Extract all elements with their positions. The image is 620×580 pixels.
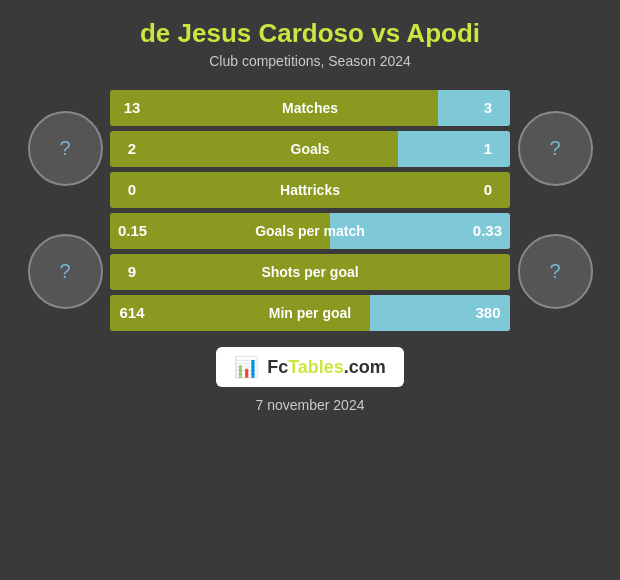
right-avatar-col: ? ? bbox=[510, 87, 600, 333]
stats-column: 13Matches32Goals10Hattricks00.15Goals pe… bbox=[110, 90, 510, 331]
avatar-left-bottom-icon: ? bbox=[59, 260, 70, 283]
stat-row: 614Min per goal380 bbox=[110, 295, 510, 331]
stat-left-value: 0 bbox=[110, 172, 154, 208]
stat-right-value: 0.33 bbox=[465, 213, 510, 249]
page-subtitle: Club competitions, Season 2024 bbox=[209, 53, 411, 69]
logo-icon: 📊 bbox=[234, 355, 259, 379]
stat-left-value: 614 bbox=[110, 295, 154, 331]
stat-left-value: 13 bbox=[110, 90, 154, 126]
stat-label: Hattricks bbox=[110, 172, 510, 208]
stat-row: 13Matches3 bbox=[110, 90, 510, 126]
stat-right-value: 0 bbox=[466, 172, 510, 208]
left-avatar-col: ? ? bbox=[20, 87, 110, 333]
stat-label: Goals per match bbox=[110, 213, 510, 249]
logo-text: FcTables.com bbox=[267, 357, 386, 378]
stat-row: 0Hattricks0 bbox=[110, 172, 510, 208]
avatar-left-bottom: ? bbox=[28, 234, 103, 309]
page-title: de Jesus Cardoso vs Apodi bbox=[140, 18, 480, 49]
avatar-right-top-icon: ? bbox=[549, 137, 560, 160]
stat-right-value: 1 bbox=[466, 131, 510, 167]
stat-label: Shots per goal bbox=[110, 254, 510, 290]
stat-row: 2Goals1 bbox=[110, 131, 510, 167]
stat-label: Min per goal bbox=[110, 295, 510, 331]
avatar-right-bottom: ? bbox=[518, 234, 593, 309]
stat-row: 0.15Goals per match0.33 bbox=[110, 213, 510, 249]
avatar-right-bottom-icon: ? bbox=[549, 260, 560, 283]
stat-left-value: 2 bbox=[110, 131, 154, 167]
avatar-right-top: ? bbox=[518, 111, 593, 186]
stat-label: Matches bbox=[110, 90, 510, 126]
avatar-left-top-icon: ? bbox=[59, 137, 70, 160]
logo-area: 📊 FcTables.com bbox=[216, 347, 404, 387]
stat-label: Goals bbox=[110, 131, 510, 167]
stat-right-value: 3 bbox=[466, 90, 510, 126]
stat-left-value: 0.15 bbox=[110, 213, 155, 249]
stat-right-value: 380 bbox=[466, 295, 510, 331]
avatar-left-top: ? bbox=[28, 111, 103, 186]
stat-row: 9Shots per goal bbox=[110, 254, 510, 290]
date-text: 7 november 2024 bbox=[256, 397, 365, 413]
logo-text-green: Tables bbox=[288, 357, 344, 377]
stat-left-value: 9 bbox=[110, 254, 154, 290]
